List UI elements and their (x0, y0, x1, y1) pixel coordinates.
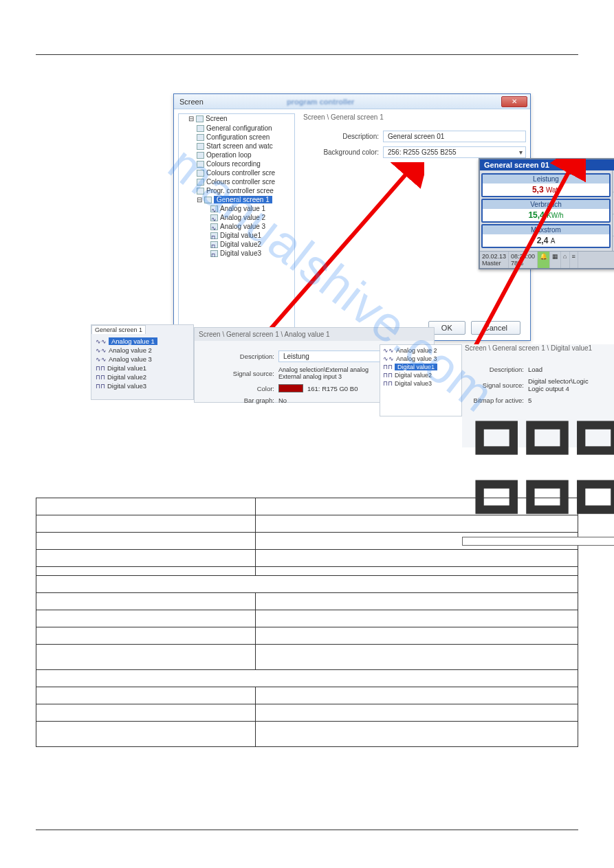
list-item[interactable]: ∿∿ Analog value 1 (96, 337, 189, 346)
table-row: DescriptionCustomer-specific text (36, 593, 578, 610)
tab-general-screen-1[interactable]: General screen 1 (91, 325, 146, 334)
figure: Screen program controller ✕ ⊟ Screen Gen… (91, 93, 572, 465)
wave-icon (210, 214, 218, 221)
wave-icon: ∿∿ (383, 355, 394, 362)
square-icon (210, 250, 218, 257)
square-icon (210, 232, 218, 239)
arrow-annotation-b (455, 159, 586, 365)
wave-icon: ∿∿ (96, 338, 107, 345)
bitmap-value: 5 (528, 397, 531, 404)
wave-icon (210, 223, 218, 230)
wave-icon: ∿∿ (96, 356, 107, 363)
wave-icon: ∿∿ (96, 347, 107, 354)
row-description: Description: General screen 01 (303, 131, 526, 142)
color-text: 161: R175 G0 B0 (307, 385, 358, 392)
table-row: Signal sourceSelection via the analog se… (36, 610, 578, 627)
list-item[interactable]: ∿∿ Analog value 3 (96, 355, 189, 364)
row-header-analog: Analog values 1 to 3 (36, 576, 578, 593)
list-item[interactable]: ⊓⊓ Digital value2 (383, 371, 459, 379)
svg-rect-14 (581, 485, 614, 510)
node-icon (197, 170, 204, 177)
table-row: Background colorSelection from a max. of… (36, 550, 578, 567)
tree-item[interactable]: Operation loop (195, 151, 275, 159)
label: Signal source: (199, 370, 274, 377)
square-icon: ⊓⊓ (96, 383, 105, 390)
titlebar: Screen program controller ✕ (174, 94, 530, 109)
breadcrumb: Screen \ General screen 1 (303, 113, 526, 121)
row-bgcolor: Background color: 256: R255 G255 B255 (303, 146, 526, 158)
tree-item[interactable]: General configuration (195, 124, 275, 133)
wave-icon (210, 205, 218, 212)
node-icon (197, 161, 204, 168)
inset-d-breadcrumb: Screen \ General screen 1 \ Digital valu… (462, 344, 614, 356)
svg-rect-10 (530, 425, 564, 451)
svg-rect-9 (480, 425, 514, 451)
field-desc-d: Load (528, 366, 542, 373)
inset-b-breadcrumb: Screen \ General screen 1 \ Analog value… (195, 328, 434, 341)
svg-line-8 (469, 166, 572, 358)
node-icon (197, 188, 204, 194)
square-icon: ⊓⊓ (383, 372, 393, 379)
window-title-blur: program controller (287, 98, 501, 106)
row-header-digital: Digital values 1 to 3 (36, 670, 578, 687)
tree-item[interactable]: Configuration screen (195, 133, 275, 142)
svg-rect-13 (530, 485, 564, 510)
table-row (36, 567, 578, 576)
table-row: Bitmap active Bitmap inactiveSelection o… (36, 722, 578, 747)
label: Color: (199, 385, 274, 392)
list-item[interactable]: ∿∿ Analog value 2 (96, 346, 189, 355)
field-bgcolor[interactable]: 256: R255 G255 B255 (383, 146, 526, 158)
square-icon: ⊓⊓ (383, 364, 393, 370)
label: Bitmap for active: (462, 397, 524, 404)
arrow-annotation-a (259, 162, 424, 341)
label: Description: (462, 366, 524, 373)
list-item[interactable]: ⊓⊓ Digital value2 (96, 372, 189, 381)
window-title: Screen (177, 98, 287, 106)
label-description: Description: (303, 133, 379, 140)
th-param: Parameter (36, 498, 256, 515)
node-icon (197, 143, 204, 150)
tree-root[interactable]: ⊟ Screen (187, 114, 294, 123)
field-signal-b: Analog selection\External analog Externa… (278, 366, 369, 380)
list-item[interactable]: ∿∿ Analog value 2 (383, 346, 459, 355)
list-item[interactable]: ⊓⊓ Digital value1 (383, 363, 459, 371)
page-number: 110 (36, 834, 48, 843)
row-header-general: General screens 1 to 4 (36, 515, 256, 533)
list-item[interactable]: ⊓⊓ Digital value3 (383, 379, 459, 388)
table-row: ColorSelection from a max. of 256 colors (36, 627, 578, 645)
label: Bar graph: (199, 397, 274, 404)
node-icon (197, 125, 204, 132)
wave-icon: ∿∿ (383, 347, 394, 354)
section-header: 8.3.8 General screens 1 to 4 (36, 82, 578, 93)
node-icon (197, 152, 204, 159)
node-icon (204, 197, 212, 203)
table-row: DescriptionCustomer-specific text (36, 687, 578, 704)
list-item[interactable]: ∿∿ Analog value 3 (383, 355, 459, 363)
inset-tree-c: ∿∿ Analog value 2∿∿ Analog value 3⊓⊓ Dig… (380, 344, 462, 416)
chapter-header: 8 Configuration (36, 33, 578, 47)
table-row: Signal sourceSelection via the digital s… (36, 704, 578, 722)
label: Description: (199, 353, 274, 360)
inset-form-digital: Screen \ General screen 1 \ Digital valu… (462, 344, 614, 447)
field-signal-d: Digital selector\Logic Logic output 4 (528, 377, 589, 392)
field-description[interactable]: General screen 01 (383, 131, 526, 142)
close-button[interactable]: ✕ (501, 96, 527, 107)
tree-item[interactable]: Start screen and watc (195, 142, 275, 151)
svg-line-7 (266, 169, 410, 334)
list-item[interactable]: ⊓⊓ Digital value3 (96, 381, 189, 390)
node-icon (197, 134, 204, 141)
inset-tree-a: General screen 1 ∿∿ Analog value 1∿∿ Ana… (91, 324, 194, 400)
list-item[interactable]: ⊓⊓ Digital value1 (96, 364, 189, 372)
svg-rect-12 (480, 485, 514, 510)
bargraph-value: No (278, 397, 287, 404)
square-icon: ⊓⊓ (96, 374, 105, 381)
square-icon: ⊓⊓ (383, 380, 393, 387)
color-swatch[interactable] (278, 384, 303, 392)
table-row: Bar graphNo (value displayed as a number… (36, 645, 578, 670)
node-icon (197, 179, 204, 186)
square-icon (210, 241, 218, 248)
square-icon: ⊓⊓ (96, 365, 105, 372)
label: Signal source: (462, 381, 524, 389)
page-footer: 110 (36, 830, 578, 843)
bitmap-preview-icon (462, 537, 614, 546)
